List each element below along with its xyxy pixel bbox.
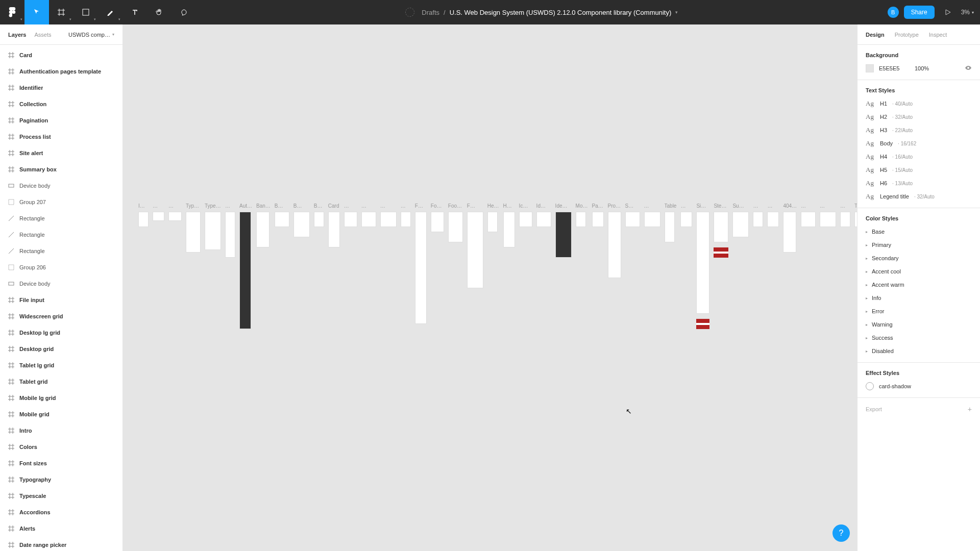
frame-thumb[interactable]	[732, 212, 749, 237]
tab-inspect[interactable]: Inspect	[929, 32, 947, 38]
present-button[interactable]	[940, 4, 956, 20]
tab-prototype[interactable]: Prototype	[895, 32, 919, 38]
canvas-frame[interactable]: …	[401, 203, 411, 329]
frame-thumb[interactable]	[314, 212, 324, 227]
canvas-frame[interactable]: Pa…	[592, 203, 604, 329]
color-style-item[interactable]: ▸Warning	[866, 320, 972, 329]
frame-thumb[interactable]	[503, 212, 515, 247]
canvas-frame[interactable]: …	[153, 203, 164, 329]
frame-thumb[interactable]	[487, 212, 498, 232]
zoom-selector[interactable]: 3% ▾	[961, 9, 974, 16]
frame-thumb[interactable]	[536, 212, 551, 227]
canvas-frame[interactable]: 404…	[783, 203, 797, 329]
layer-item[interactable]: Site alert	[0, 145, 122, 161]
canvas-frame[interactable]: F…	[415, 203, 427, 329]
help-button[interactable]: ?	[832, 524, 850, 542]
canvas-frame[interactable]: …	[840, 203, 850, 329]
canvas-frame[interactable]: …	[767, 203, 779, 329]
canvas-frame[interactable]: Fo…	[431, 203, 444, 329]
text-style-item[interactable]: AgH1 · 40/Auto	[866, 99, 972, 108]
user-avatar[interactable]: B	[888, 7, 899, 18]
layer-item[interactable]: Font sizes	[0, 455, 122, 471]
frame-thumb[interactable]	[153, 212, 164, 221]
frame-thumb[interactable]	[380, 212, 397, 227]
frame-thumb[interactable]	[519, 212, 532, 227]
canvas-frame[interactable]: …	[344, 203, 357, 329]
text-style-item[interactable]: AgH4 · 16/Auto	[866, 153, 972, 161]
canvas-frame[interactable]: Ide…	[555, 203, 572, 329]
text-style-item[interactable]: AgH5 · 15/Auto	[866, 166, 972, 174]
canvas-frame[interactable]: Table	[665, 203, 677, 329]
frame-thumb[interactable]	[239, 212, 251, 329]
frame-thumb[interactable]	[576, 212, 586, 227]
frame-thumb[interactable]	[205, 212, 221, 250]
background-opacity[interactable]: 100%	[915, 65, 935, 71]
layer-item[interactable]: Summary box	[0, 161, 122, 178]
frame-thumb[interactable]	[138, 212, 149, 227]
frame-thumb[interactable]	[801, 212, 816, 227]
color-style-item[interactable]: ▸Secondary	[866, 254, 972, 262]
canvas-frame[interactable]: Su…	[732, 203, 749, 329]
color-style-item[interactable]: ▸Error	[866, 307, 972, 315]
layer-item[interactable]: Mobile grid	[0, 406, 122, 422]
text-style-item[interactable]: AgH6 · 13/Auto	[866, 179, 972, 187]
text-style-item[interactable]: AgH3 · 22/Auto	[866, 126, 972, 134]
layer-item[interactable]: Collection	[0, 96, 122, 112]
tab-design[interactable]: Design	[866, 32, 885, 38]
canvas[interactable]: I………Typ…Type……Aut…Ban…B…B…B…Card…………F…Fo…	[123, 24, 857, 551]
add-export-button[interactable]: +	[968, 405, 972, 413]
canvas-frame[interactable]: Ic…	[519, 203, 532, 329]
layers-list[interactable]: CardAuthentication pages templateIdentif…	[0, 45, 122, 551]
layer-item[interactable]: Tablet lg grid	[0, 357, 122, 373]
frame-thumb[interactable]	[753, 212, 763, 227]
canvas-frame[interactable]: T…	[854, 203, 857, 329]
main-menu-button[interactable]: ▾	[0, 0, 24, 24]
frame-thumb[interactable]	[361, 212, 376, 227]
frame-thumb[interactable]	[696, 212, 709, 314]
canvas-frame[interactable]: H…	[503, 203, 515, 329]
frame-thumb[interactable]	[168, 212, 182, 221]
canvas-frame[interactable]: …	[225, 203, 235, 329]
layer-item[interactable]: Tablet grid	[0, 373, 122, 390]
effect-style-item[interactable]: card-shadow	[866, 382, 972, 390]
layer-item[interactable]: Group 206	[0, 259, 122, 276]
move-tool-button[interactable]	[24, 0, 49, 24]
frame-thumb[interactable]	[344, 212, 357, 227]
frame-thumb[interactable]	[644, 212, 660, 227]
layer-item[interactable]: Identifier	[0, 80, 122, 96]
layer-item[interactable]: Rectangle	[0, 210, 122, 227]
layer-item[interactable]: Process list	[0, 129, 122, 145]
frame-thumb[interactable]	[293, 212, 310, 237]
canvas-frame[interactable]: …	[680, 203, 692, 329]
color-style-item[interactable]: ▸Disabled	[866, 347, 972, 355]
layer-item[interactable]: Desktop grid	[0, 341, 122, 357]
page-selector[interactable]: USWDS comp… ▾	[68, 32, 114, 38]
frame-thumb[interactable]	[256, 212, 270, 247]
frame-thumb[interactable]	[328, 212, 340, 247]
layer-item[interactable]: Intro	[0, 422, 122, 439]
text-tool-button[interactable]	[122, 0, 147, 24]
breadcrumb-drafts[interactable]: Drafts	[422, 9, 439, 16]
canvas-frame[interactable]: Pro…	[608, 203, 621, 329]
canvas-frame[interactable]: B…	[275, 203, 289, 329]
layer-item[interactable]: Authentication pages template	[0, 63, 122, 80]
color-style-item[interactable]: ▸Base	[866, 228, 972, 236]
layer-item[interactable]: File input	[0, 292, 122, 308]
visibility-toggle-icon[interactable]	[965, 64, 972, 72]
pen-tool-button[interactable]: ▾	[98, 0, 122, 24]
canvas-frame[interactable]: …	[644, 203, 660, 329]
canvas-frame[interactable]: Ste…	[714, 203, 728, 329]
color-style-item[interactable]: ▸Primary	[866, 241, 972, 249]
frame-thumb[interactable]	[665, 212, 675, 242]
layer-item[interactable]: Mobile lg grid	[0, 390, 122, 406]
canvas-frame[interactable]: He…	[487, 203, 499, 329]
canvas-frame[interactable]: Type…	[205, 203, 221, 329]
text-style-item[interactable]: AgLegend title · 32/Auto	[866, 192, 972, 201]
layer-item[interactable]: Alerts	[0, 520, 122, 537]
frame-thumb[interactable]	[714, 212, 728, 242]
frame-tool-button[interactable]: ▾	[49, 0, 74, 24]
frame-thumb[interactable]	[467, 212, 483, 288]
layer-item[interactable]: Device body	[0, 276, 122, 292]
file-title[interactable]: U.S. Web Design System (USWDS) 2.12.0 Co…	[450, 9, 672, 16]
canvas-frame[interactable]: Id…	[536, 203, 551, 329]
